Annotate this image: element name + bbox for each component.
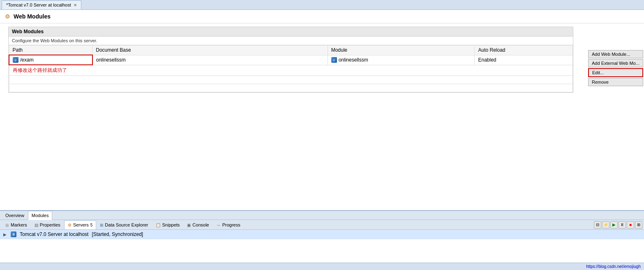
bottom-section: Overview Modules ◎ Markers ▤ Properties … xyxy=(0,210,644,263)
document-base-cell: onlinesellssm xyxy=(92,55,328,65)
col-document-base: Document Base xyxy=(92,46,328,55)
tab-properties[interactable]: ▤ Properties xyxy=(31,220,64,229)
page-title-bar: ⚙ Web Modules xyxy=(0,10,644,23)
server-entry-row[interactable]: ▶ 🖥 Tomcat v7.0 Server at localhost [Sta… xyxy=(0,230,644,239)
toolbar-btn-pause[interactable]: ⏸ xyxy=(619,221,626,229)
path-cell: e /exam xyxy=(9,55,92,65)
server-row-icon: 🖥 xyxy=(11,231,16,237)
note-text: 再修改这个路径就成功了 xyxy=(9,65,573,76)
servers-badge: 5 xyxy=(90,223,93,227)
module-icon: e xyxy=(331,57,337,63)
tab-console-label: Console xyxy=(192,222,209,227)
tab-label: *Tomcat v7.0 Server at localhost xyxy=(6,2,71,7)
add-web-module-button[interactable]: Add Web Module... xyxy=(588,50,643,58)
main-editor-tab[interactable]: *Tomcat v7.0 Server at localhost ✕ xyxy=(2,0,81,9)
add-external-web-module-button[interactable]: Add External Web Mo... xyxy=(588,59,643,67)
section-header: Web Modules xyxy=(9,27,573,37)
tab-servers[interactable]: ⚙ Servers 5 xyxy=(64,220,96,229)
main-content-area: ⚙ Web Modules Web Modules Configure the … xyxy=(0,10,644,210)
module-cell: e onlinesellssm xyxy=(328,55,475,65)
web-modules-table: Path Document Base Module Auto Reload e xyxy=(9,45,573,92)
col-module: Module xyxy=(328,46,475,55)
tab-markers[interactable]: ◎ Markers xyxy=(2,220,31,229)
tab-console[interactable]: ▣ Console xyxy=(183,220,212,229)
toolbar-btn-6[interactable]: ⊞ xyxy=(635,221,642,229)
tab-overview-label: Overview xyxy=(5,213,24,218)
empty-row-1 xyxy=(9,76,573,84)
tab-progress-label: Progress xyxy=(222,222,240,227)
empty-row-2 xyxy=(9,84,573,92)
tab-properties-label: Properties xyxy=(40,222,60,227)
tab-close-icon[interactable]: ✕ xyxy=(74,3,77,7)
console-icon: ▣ xyxy=(187,223,191,227)
markers-icon: ◎ xyxy=(5,223,9,227)
table-row[interactable]: e /exam onlinesellssm e onlinesellssm xyxy=(9,55,573,65)
tab-snippets[interactable]: 📋 Snippets xyxy=(152,220,184,229)
tab-datasource-label: Data Source Explorer xyxy=(105,222,148,227)
tab-snippets-label: Snippets xyxy=(162,222,180,227)
snippets-icon: 📋 xyxy=(156,223,161,227)
content-area: Web Modules Configure the Web Modules on… xyxy=(0,23,644,210)
path-value: /exam xyxy=(20,57,34,63)
tab-servers-label: Servers xyxy=(73,222,89,227)
toolbar-btn-start[interactable]: ▶ xyxy=(610,221,618,229)
page-title: Web Modules xyxy=(14,13,51,20)
servers-icon: ⚙ xyxy=(68,223,72,227)
tab-modules[interactable]: Modules xyxy=(28,211,53,220)
tab-progress[interactable]: ↔ Progress xyxy=(213,220,244,229)
web-modules-icon: ⚙ xyxy=(5,13,10,20)
module-value: onlinesellssm xyxy=(339,57,368,63)
toolbar-btn-stop[interactable]: ■ xyxy=(627,221,634,229)
expand-icon[interactable]: ▶ xyxy=(3,232,7,237)
tab-datasource[interactable]: ⊞ Data Source Explorer xyxy=(96,220,152,229)
web-modules-section: Web Modules Configure the Web Modules on… xyxy=(3,27,578,93)
properties-icon: ▤ xyxy=(35,223,38,227)
tab-markers-label: Markers xyxy=(11,222,27,227)
server-name: Tomcat v7.0 Server at localhost xyxy=(20,231,88,237)
top-tab-bar: *Tomcat v7.0 Server at localhost ✕ xyxy=(0,0,644,10)
web-modules-panel: Web Modules Configure the Web Modules on… xyxy=(8,27,573,93)
col-auto-reload: Auto Reload xyxy=(475,46,573,55)
col-path: Path xyxy=(9,46,92,55)
server-status: [Started, Synchronized] xyxy=(92,231,143,237)
toolbar-btn-2[interactable]: ⚡ xyxy=(602,221,609,229)
panel-toolbar: ⊟ ⚡ ▶ ⏸ ■ ⊞ xyxy=(594,221,642,229)
tab-overview[interactable]: Overview xyxy=(2,211,28,220)
status-url[interactable]: https://blog.csdn.net/emojiugh xyxy=(586,264,641,269)
edit-button[interactable]: Edit... xyxy=(588,68,643,77)
progress-icon: ↔ xyxy=(217,223,221,227)
note-row: 再修改这个路径就成功了 xyxy=(9,65,573,76)
tab-modules-label: Modules xyxy=(32,213,49,218)
editor-tabs-bar: Overview Modules xyxy=(0,211,644,220)
auto-reload-cell: Enabled xyxy=(475,55,573,65)
datasource-icon: ⊞ xyxy=(100,223,103,227)
section-description: Configure the Web Modules on this server… xyxy=(9,37,573,45)
right-buttons-panel: Add Web Module... Add External Web Mo...… xyxy=(587,50,644,86)
bottom-panel-tabs-bar: ◎ Markers ▤ Properties ⚙ Servers 5 ⊞ Dat… xyxy=(0,220,644,230)
toolbar-btn-1[interactable]: ⊟ xyxy=(594,221,601,229)
servers-panel-content: ▶ 🖥 Tomcat v7.0 Server at localhost [Sta… xyxy=(0,230,644,263)
path-icon: e xyxy=(13,57,18,63)
remove-button[interactable]: Remove xyxy=(588,78,643,86)
status-bar: https://blog.csdn.net/emojiugh xyxy=(0,263,644,270)
